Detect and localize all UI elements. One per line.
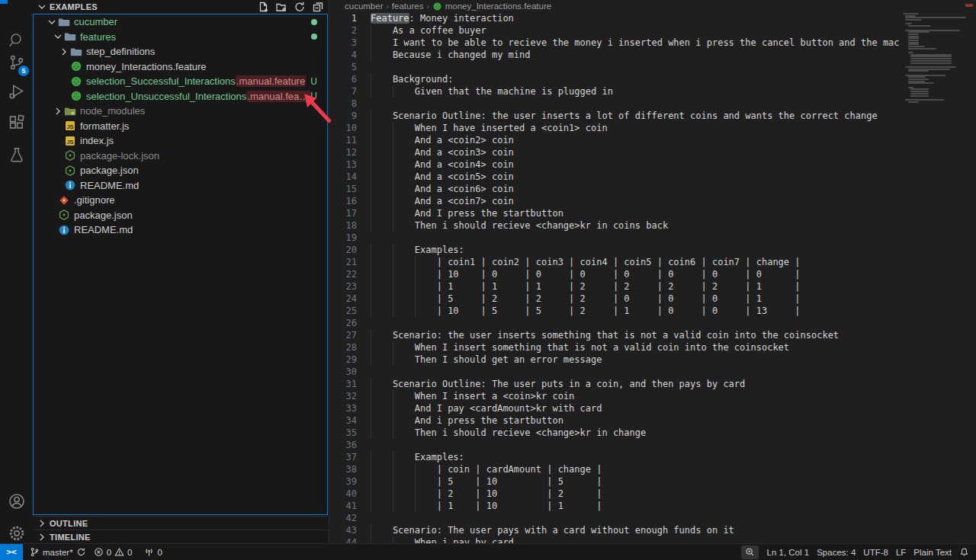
tree-item-selection_Unsuccessful_Interactions[interactable]: selection_Unsuccessful_Interactions.manu… [34, 89, 327, 104]
activity-extensions-icon[interactable] [0, 108, 33, 139]
line-number[interactable]: 37 [329, 451, 363, 463]
code-editor[interactable]: 1Feature: Money interaction2 As a coffee… [329, 12, 900, 543]
line-number[interactable]: 24 [329, 293, 363, 305]
line-number[interactable]: 26 [329, 317, 363, 329]
new-file-icon[interactable] [257, 1, 269, 13]
folder-node-icon [64, 105, 76, 117]
problems-item[interactable]: 0 0 [90, 544, 136, 560]
line-number[interactable]: 20 [329, 244, 363, 256]
notifications-bell[interactable] [955, 544, 976, 560]
line-number[interactable]: 11 [329, 134, 363, 146]
line-number[interactable]: 44 [329, 536, 363, 543]
line-number[interactable]: 43 [329, 524, 363, 536]
tree-item-README.md[interactable]: README.md [34, 222, 327, 238]
line-number[interactable]: 9 [329, 110, 363, 122]
code-line: 39 | 5 | 10 | 5 | [329, 475, 900, 488]
line-text: | 10 | 5 | 5 | 2 | 1 | 0 | 0 | 13 | [363, 305, 900, 317]
tree-item-selection_Successful_Interactions[interactable]: selection_Successful_Interactions.manual… [34, 74, 327, 89]
line-number[interactable]: 23 [329, 280, 363, 293]
code-line: 2 As a coffee buyer [329, 24, 900, 37]
line-number[interactable]: 29 [329, 354, 363, 366]
line-number[interactable]: 16 [329, 195, 363, 207]
line-number[interactable]: 6 [329, 73, 363, 85]
line-number[interactable]: 21 [329, 256, 363, 268]
line-number[interactable]: 39 [329, 475, 363, 488]
line-number[interactable]: 41 [329, 500, 363, 512]
indentation[interactable]: Spaces: 4 [813, 544, 859, 560]
line-number[interactable]: 10 [329, 122, 363, 134]
activity-account-icon[interactable] [0, 486, 33, 517]
line-number[interactable]: 36 [329, 439, 363, 451]
line-number[interactable]: 30 [329, 366, 363, 378]
line-number[interactable]: 17 [329, 207, 363, 219]
breadcrumb-item[interactable]: money_Interactions.feature [445, 2, 551, 11]
tree-item-step_definitions[interactable]: step_definitions [34, 44, 327, 59]
line-number[interactable]: 25 [329, 305, 363, 317]
line-number[interactable]: 32 [329, 390, 363, 402]
refresh-icon[interactable] [294, 1, 306, 13]
breadcrumb-item[interactable]: cucumber [345, 2, 384, 11]
line-number[interactable]: 33 [329, 402, 363, 414]
new-folder-icon[interactable] [275, 1, 287, 13]
zoom-indicator[interactable] [741, 546, 759, 559]
line-number[interactable]: 31 [329, 378, 363, 390]
tree-item-label: features [80, 31, 116, 43]
line-number[interactable]: 8 [329, 98, 363, 110]
section-outline[interactable]: OUTLINE [33, 516, 329, 530]
line-text [363, 366, 900, 378]
line-number[interactable]: 15 [329, 183, 363, 195]
line-number[interactable]: 19 [329, 232, 363, 244]
ports-item[interactable]: 0 [140, 544, 165, 560]
tree-item-README.md[interactable]: README.md [34, 178, 327, 194]
breadcrumb-item[interactable]: features [392, 2, 424, 11]
line-number[interactable]: 14 [329, 171, 363, 183]
line-number[interactable]: 27 [329, 329, 363, 341]
line-number[interactable]: 42 [329, 512, 363, 524]
section-timeline[interactable]: TIMELINE [33, 530, 329, 543]
line-number[interactable]: 3 [329, 37, 363, 49]
line-number[interactable]: 18 [329, 219, 363, 232]
git-branch-item[interactable]: master* [26, 544, 90, 560]
line-number[interactable]: 38 [329, 463, 363, 475]
line-number[interactable]: 28 [329, 341, 363, 354]
line-number[interactable]: 1 [329, 12, 363, 24]
tree-item-money_Interactions.feature[interactable]: money_Interactions.feature [34, 59, 327, 75]
line-number[interactable]: 34 [329, 414, 363, 427]
activity-source-control-icon[interactable]: 5 [0, 47, 33, 78]
activity-settings-gear-icon[interactable] [0, 518, 33, 549]
tree-item-features[interactable]: features [34, 30, 327, 45]
line-number[interactable]: 7 [329, 85, 363, 98]
line-number[interactable]: 22 [329, 268, 363, 280]
activity-run-debug-icon[interactable] [0, 76, 33, 107]
encoding[interactable]: UTF-8 [859, 544, 892, 560]
code-line: 1Feature: Money interaction [329, 12, 900, 24]
tree-item-.gitignore[interactable]: .gitignore [34, 193, 327, 208]
tree-item-package.json[interactable]: package.json [34, 163, 327, 178]
collapse-all-icon[interactable] [312, 1, 324, 13]
tree-item-node_modules[interactable]: node_modules [34, 104, 327, 119]
language-mode[interactable]: Plain Text [910, 544, 955, 560]
line-number[interactable]: 40 [329, 488, 363, 500]
line-number[interactable]: 5 [329, 61, 363, 73]
tree-item-index.js[interactable]: JSindex.js [34, 133, 327, 149]
tree-item-package.json[interactable]: package.json [34, 208, 327, 223]
code-line: 35 Then i should recieve <change>kr in c… [329, 427, 900, 439]
cursor-position[interactable]: Ln 1, Col 1 [763, 544, 814, 560]
code-line: 29 Then I should get an error message [329, 354, 900, 366]
line-number[interactable]: 13 [329, 158, 363, 171]
tree-item-formatter.js[interactable]: JSformatter.js [34, 119, 327, 134]
explorer-section-header[interactable]: EXAMPLES [33, 0, 329, 14]
line-number[interactable]: 12 [329, 146, 363, 158]
code-line: 38 | coin | cardAmount | change | [329, 463, 900, 475]
line-text: | 1 | 1 | 1 | 2 | 2 | 2 | 2 | 1 | [363, 280, 900, 293]
code-line: 37 Examples: [329, 451, 900, 463]
sync-icon [76, 547, 86, 557]
activity-testing-icon[interactable] [0, 140, 33, 171]
line-number[interactable]: 2 [329, 24, 363, 37]
line-number[interactable]: 4 [329, 49, 363, 61]
tree-item-cucumber[interactable]: cucumber [34, 14, 327, 30]
minimap[interactable] [900, 12, 976, 543]
line-number[interactable]: 35 [329, 427, 363, 439]
eol-indicator[interactable]: LF [892, 544, 910, 560]
tree-item-package-lock.json[interactable]: package-lock.json [34, 149, 327, 164]
